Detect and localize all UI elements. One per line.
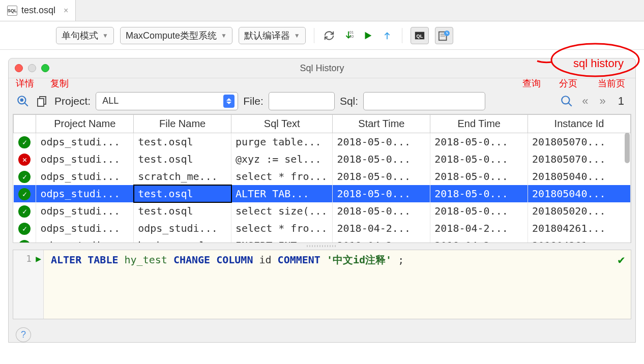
refresh-icon[interactable]	[323, 29, 336, 42]
table-row[interactable]: ✓odps_studi...test.osqlALTER TAB...2018-…	[14, 185, 631, 202]
chevron-down-icon: ▼	[102, 32, 108, 39]
toolbar: 单句模式 ▼ MaxCompute类型系统 ▼ 默认编译器 ▼ 0110 QL …	[0, 21, 644, 50]
search-icon[interactable]	[560, 94, 574, 108]
sql-history-window: Sql History 详情 复制 查询 分页 当前页 Project: ALL…	[8, 58, 636, 343]
sql-label: Sql:	[340, 95, 358, 107]
col-end[interactable]: End Time	[430, 115, 528, 133]
svg-text:QL: QL	[416, 33, 423, 38]
valid-check-icon: ✔	[617, 254, 626, 266]
sql-file-icon: SQL	[7, 6, 17, 16]
type-system-dropdown[interactable]: MaxCompute类型系统 ▼	[120, 27, 232, 44]
detail-icon[interactable]	[16, 94, 30, 108]
file-label: File:	[243, 95, 264, 107]
run-line-icon[interactable]: ▶	[36, 253, 41, 315]
history-table: Project Name File Name Sql Text Start Ti…	[13, 114, 631, 242]
resize-grip[interactable]	[9, 244, 635, 249]
svg-point-14	[562, 96, 570, 104]
next-page-button[interactable]: »	[597, 95, 609, 108]
line-number: 1	[26, 253, 32, 315]
table-row[interactable]: ✓odps_studi...odps_studi...select * fro.…	[14, 220, 631, 237]
window-titlebar: Sql History	[9, 58, 635, 78]
sql-input[interactable]	[363, 92, 485, 110]
status-ok-icon: ✓	[18, 223, 31, 235]
editor-tab-bar: SQL test.osql ×	[0, 0, 644, 21]
compiler-dropdown[interactable]: 默认编译器 ▼	[239, 27, 306, 44]
svg-line-15	[569, 103, 572, 106]
gutter: 1 ▶	[13, 250, 44, 318]
anno-current-page: 当前页	[598, 77, 625, 89]
table-row[interactable]: ✓odps_studi...test.osqlselect size(...20…	[14, 202, 631, 220]
mode-label: 单句模式	[62, 29, 98, 42]
window-title: Sql History	[9, 63, 635, 74]
help-button[interactable]: ?	[16, 327, 31, 342]
file-tab[interactable]: SQL test.osql ×	[0, 0, 76, 21]
sql-preview-editor: 1 ▶ ALTER TABLE hy_test CHANGE COLUMN id…	[13, 250, 631, 319]
anno-detail: 详情	[16, 77, 34, 89]
table-header-row: Project Name File Name Sql Text Start Ti…	[14, 115, 631, 133]
chevron-down-icon: ▼	[221, 32, 227, 39]
status-err-icon: ✕	[18, 154, 31, 166]
binary-download-icon[interactable]: 0110	[342, 29, 355, 42]
project-select[interactable]: ALL	[96, 92, 238, 110]
code-line[interactable]: ALTER TABLE hy_test CHANGE COLUMN id COM…	[44, 250, 411, 318]
file-input[interactable]	[269, 92, 335, 110]
status-ok-icon: ✓	[18, 205, 31, 218]
col-start[interactable]: Start Time	[333, 115, 430, 133]
anno-query: 查询	[522, 77, 541, 89]
run-icon[interactable]	[361, 29, 374, 42]
project-label: Project:	[54, 95, 91, 107]
page-number: 1	[614, 95, 628, 108]
select-arrows-icon	[223, 95, 235, 108]
tab-filename: test.osql	[21, 5, 55, 16]
table-row[interactable]: ✓odps_studi...backup.osqlINSERT INT...20…	[14, 237, 631, 242]
toolbar-separator	[402, 28, 402, 43]
sql-history-icon[interactable]	[435, 27, 453, 44]
toolbar-separator	[314, 28, 314, 43]
svg-line-10	[24, 103, 28, 106]
mode-dropdown[interactable]: 单句模式 ▼	[56, 27, 114, 44]
col-sql[interactable]: Sql Text	[231, 115, 333, 133]
svg-text:10: 10	[349, 34, 354, 38]
col-instance[interactable]: Instance Id	[528, 115, 631, 133]
status-ok-icon: ✓	[18, 188, 31, 200]
anno-paging: 分页	[559, 77, 577, 89]
anno-copy: 复制	[50, 77, 69, 89]
upload-icon[interactable]	[380, 29, 394, 42]
type-system-label: MaxCompute类型系统	[126, 29, 217, 42]
project-value: ALL	[102, 96, 119, 106]
scrollbar[interactable]	[625, 133, 630, 163]
chevron-down-icon: ▼	[294, 32, 300, 39]
table-row[interactable]: ✓odps_studi...test.osqlpurge table...201…	[14, 133, 631, 151]
sql-console-icon[interactable]: QL	[411, 27, 429, 44]
prev-page-button[interactable]: «	[579, 95, 591, 108]
svg-rect-13	[38, 99, 44, 106]
status-ok-icon: ✓	[18, 171, 31, 183]
status-ok-icon: ✓	[18, 136, 31, 148]
copy-icon[interactable]	[35, 94, 49, 108]
table-row[interactable]: ✓odps_studi...scratch_me...select * fro.…	[14, 168, 631, 185]
table-row[interactable]: ✕odps_studi...test.osql@xyz := sel...201…	[14, 150, 631, 168]
filter-bar: Project: ALL File: Sql: « » 1	[9, 88, 635, 114]
col-project[interactable]: Project Name	[36, 115, 134, 133]
compiler-label: 默认编译器	[244, 29, 290, 42]
col-file[interactable]: File Name	[134, 115, 231, 133]
close-icon[interactable]: ×	[64, 6, 68, 15]
svg-point-11	[20, 98, 24, 102]
status-ok-icon: ✓	[18, 240, 31, 242]
